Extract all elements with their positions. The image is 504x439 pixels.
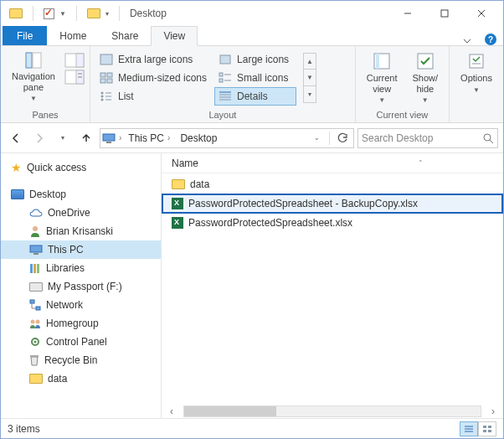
- medium-icons-icon: [100, 72, 113, 84]
- layout-medium[interactable]: Medium-sized icons: [95, 69, 214, 87]
- file-row-excel[interactable]: PasswordProtectedSpreadsheet.xlsx: [162, 214, 503, 232]
- up-button[interactable]: [76, 128, 96, 148]
- item-count: 3 items: [8, 423, 40, 435]
- folder-icon: [87, 8, 100, 18]
- svg-rect-61: [483, 430, 486, 432]
- options-button[interactable]: Options ▼: [455, 48, 498, 98]
- close-button[interactable]: [463, 1, 500, 26]
- current-view-icon: [373, 52, 391, 70]
- qat-dropdown2-icon[interactable]: ▾: [105, 10, 109, 18]
- forward-button[interactable]: [29, 128, 49, 148]
- dropdown-icon: ▼: [422, 96, 429, 104]
- refresh-button[interactable]: [333, 129, 352, 147]
- star-icon: ★: [11, 162, 22, 173]
- maximize-button[interactable]: [426, 1, 463, 26]
- svg-rect-46: [37, 264, 39, 273]
- tree-recycle-bin[interactable]: Recycle Bin: [1, 351, 161, 369]
- scrollbar-thumb[interactable]: [184, 406, 276, 416]
- layout-scroll-up[interactable]: ▲: [303, 53, 316, 70]
- tree-label: My Passport (F:): [48, 281, 122, 292]
- tree-onedrive[interactable]: OneDrive: [1, 204, 161, 222]
- scroll-right-button[interactable]: ›: [486, 405, 500, 417]
- column-name[interactable]: Name: [162, 158, 337, 169]
- scroll-left-button[interactable]: ‹: [165, 405, 178, 417]
- minimize-button[interactable]: [389, 1, 426, 26]
- layout-scroll-down[interactable]: ▼: [303, 70, 316, 86]
- layout-label: Small icons: [237, 72, 288, 84]
- layout-extra-large[interactable]: Extra large icons: [95, 50, 214, 69]
- qat-dropdown-icon[interactable]: ▼: [59, 10, 66, 18]
- file-name: PasswordProtectedSpreadsheet - BackupCop…: [188, 198, 418, 209]
- address-dropdown-button[interactable]: ⌄: [307, 129, 326, 147]
- recent-locations-button[interactable]: ▾: [53, 128, 73, 148]
- show-hide-button[interactable]: Show/ hide ▼: [407, 48, 445, 108]
- file-row-excel-highlighted[interactable]: PasswordProtectedSpreadsheet - BackupCop…: [162, 194, 503, 214]
- svg-rect-43: [33, 253, 39, 255]
- file-row-folder[interactable]: data: [162, 175, 503, 194]
- layout-list[interactable]: List: [95, 87, 214, 106]
- details-view-button[interactable]: [460, 421, 478, 436]
- navigation-pane-icon: [25, 52, 42, 69]
- tree-quick-access[interactable]: ★Quick access: [1, 158, 161, 177]
- current-view-button[interactable]: Current view ▼: [361, 48, 404, 108]
- tab-view[interactable]: View: [151, 26, 198, 46]
- tab-home[interactable]: Home: [47, 26, 99, 45]
- search-box[interactable]: Search Desktop: [357, 128, 498, 148]
- chevron-right-icon[interactable]: ›: [119, 133, 121, 142]
- file-list[interactable]: data PasswordProtectedSpreadsheet - Back…: [162, 173, 503, 404]
- list-icon: [100, 90, 113, 102]
- layout-label: Medium-sized icons: [118, 72, 207, 84]
- tree-data-folder[interactable]: data: [1, 369, 161, 388]
- ribbon-collapse-icon[interactable]: [456, 37, 478, 45]
- tree-drive[interactable]: My Passport (F:): [1, 277, 161, 296]
- help-button[interactable]: ?: [478, 34, 503, 46]
- ribbon-tabs: File Home Share View ?: [1, 26, 503, 46]
- show-hide-icon: [416, 52, 435, 70]
- preview-pane-button[interactable]: [64, 53, 85, 68]
- ribbon-group-current-view: Current view ▼ Show/ hide ▼ Current view: [356, 46, 450, 122]
- tree-this-pc[interactable]: This PC: [1, 240, 161, 259]
- thumbnails-view-button[interactable]: [478, 421, 496, 436]
- horizontal-scrollbar[interactable]: ‹ ›: [162, 404, 503, 418]
- layout-label: Extra large icons: [118, 54, 193, 65]
- drive-icon: [29, 282, 43, 292]
- svg-rect-1: [441, 10, 448, 17]
- breadcrumb-this-pc[interactable]: This PC›: [125, 129, 173, 147]
- tree-desktop[interactable]: Desktop: [1, 185, 161, 204]
- options-icon: [467, 52, 486, 70]
- tab-share[interactable]: Share: [99, 26, 151, 45]
- column-sort-indicator[interactable]: ˄: [337, 159, 503, 168]
- tree-label: OneDrive: [48, 207, 90, 219]
- tree-user[interactable]: Brian Krisanski: [1, 222, 161, 240]
- back-button[interactable]: [6, 128, 26, 148]
- navigation-pane-button[interactable]: Navigation pane ▼: [6, 48, 61, 106]
- search-icon: [482, 132, 494, 144]
- folder-icon: [9, 8, 23, 18]
- breadcrumb-desktop[interactable]: Desktop: [177, 129, 220, 147]
- svg-rect-4: [26, 53, 32, 68]
- layout-gallery-expand[interactable]: ▾: [303, 86, 316, 103]
- tree-control-panel[interactable]: Control Panel: [1, 333, 161, 351]
- layout-small[interactable]: Small icons: [214, 69, 296, 87]
- small-icons-icon: [219, 72, 232, 84]
- tree-label: Network: [46, 299, 83, 311]
- tree-homegroup[interactable]: Homegroup: [1, 314, 161, 333]
- qat-checkbox[interactable]: [44, 8, 54, 19]
- content-area: ★Quick access Desktop OneDrive Brian Kri…: [1, 153, 503, 418]
- details-pane-button[interactable]: [64, 70, 85, 85]
- tree-label: Desktop: [29, 189, 66, 200]
- tree-libraries[interactable]: Libraries: [1, 259, 161, 277]
- svg-line-40: [490, 140, 493, 143]
- cloud-icon: [29, 209, 43, 218]
- scrollbar-track[interactable]: [183, 405, 481, 417]
- dropdown-icon: ▼: [378, 96, 385, 104]
- tab-file[interactable]: File: [3, 26, 47, 45]
- tree-network[interactable]: Network: [1, 296, 161, 314]
- file-name: data: [190, 178, 209, 190]
- layout-large[interactable]: Large icons: [214, 50, 296, 69]
- layout-details[interactable]: Details: [214, 87, 296, 106]
- address-bar[interactable]: › This PC› Desktop ⌄: [100, 128, 354, 148]
- svg-rect-33: [376, 54, 379, 69]
- details-icon: [219, 90, 232, 102]
- svg-point-41: [33, 226, 38, 231]
